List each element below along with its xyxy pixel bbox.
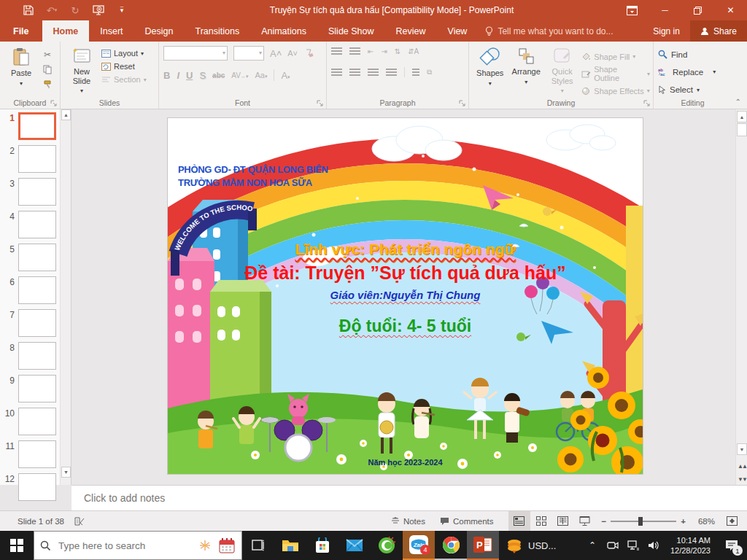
customize-qat-icon[interactable]: ▾– xyxy=(115,4,128,17)
taskbar-clock[interactable]: 10:14 AM 12/28/2023 xyxy=(665,535,716,556)
numbering-icon[interactable] xyxy=(349,47,360,55)
notes-toggle[interactable]: Notes xyxy=(384,511,433,532)
italic-button[interactable]: I xyxy=(177,70,179,81)
paragraph-dialog-launcher[interactable] xyxy=(459,100,466,107)
shape-fill-button[interactable]: Shape Fill▾ xyxy=(581,50,650,63)
zoom-slider[interactable] xyxy=(611,521,676,522)
justify-icon[interactable] xyxy=(386,69,397,77)
bold-button[interactable]: B xyxy=(163,70,170,81)
redo-icon[interactable]: ↻ xyxy=(69,4,82,17)
thumbnail-slide-11[interactable]: 11 xyxy=(4,440,60,468)
font-name-combo[interactable]: ▾ xyxy=(163,46,228,61)
slideshow-view-button[interactable] xyxy=(574,511,596,532)
character-spacing-button[interactable]: AV↔▾ xyxy=(231,71,248,79)
scroll-up-icon[interactable]: ▲ xyxy=(737,111,747,122)
tab-transitions[interactable]: Transitions xyxy=(184,20,250,42)
slide-topic-textbox[interactable]: Đề tài: Truyện ”Sự tích quả dưa hấu” xyxy=(168,262,643,284)
comments-toggle[interactable]: Comments xyxy=(433,511,501,532)
save-icon[interactable] xyxy=(22,4,35,17)
volume-icon[interactable] xyxy=(644,531,663,560)
chrome-icon[interactable] xyxy=(435,531,467,560)
quick-styles-button[interactable]: Quick Styles▾ xyxy=(546,44,578,97)
zoom-in-icon[interactable]: + xyxy=(681,517,686,526)
clipboard-dialog-launcher[interactable] xyxy=(50,100,58,107)
fit-slide-to-window-button[interactable] xyxy=(721,511,743,532)
decrease-indent-icon[interactable]: ⇤ xyxy=(368,47,374,55)
thumbnail-slide-10[interactable]: 10 xyxy=(4,408,60,435)
shapes-button[interactable]: Shapes▾ xyxy=(473,44,506,97)
collapse-ribbon-icon[interactable]: ⌃ xyxy=(735,98,741,106)
ribbon-display-options-icon[interactable] xyxy=(616,0,649,20)
close-button[interactable]: ✕ xyxy=(714,0,747,20)
thumbnail-scroll-up-icon[interactable]: ▲ xyxy=(61,109,71,120)
clear-formatting-icon[interactable] xyxy=(303,49,314,58)
copy-icon[interactable] xyxy=(41,63,54,75)
thumbnail-slide-12[interactable]: 12 xyxy=(4,473,60,501)
text-direction-icon[interactable]: ⇵A xyxy=(408,47,419,55)
zoom-slider-thumb[interactable] xyxy=(638,517,643,526)
thumbnail-slide-2[interactable]: 2 xyxy=(4,145,60,173)
editor-scrollbar[interactable]: ▲ ▼ ▲▲ ▼▼ xyxy=(735,109,747,485)
cut-icon[interactable]: ✂ xyxy=(41,49,54,61)
powerpoint-icon[interactable]: P xyxy=(467,531,499,560)
search-input[interactable] xyxy=(58,540,192,551)
tab-slideshow[interactable]: Slide Show xyxy=(317,20,385,42)
undo-icon[interactable]: ↶▾ xyxy=(45,4,58,17)
taskbar-search[interactable] xyxy=(34,531,242,560)
slide-canvas[interactable]: WELCOME TO THE SCHOOL PHÒNG GD- ĐT QUẬN … xyxy=(168,118,643,474)
thumbnail-slide-3[interactable]: 3 xyxy=(4,178,60,206)
drawing-dialog-launcher[interactable] xyxy=(643,100,651,107)
font-color-button[interactable]: A▾ xyxy=(281,70,290,81)
start-from-beginning-icon[interactable] xyxy=(92,4,105,17)
replace-button[interactable]: abac Replace ▾ xyxy=(658,65,729,79)
tab-review[interactable]: Review xyxy=(385,20,437,42)
thumbnail-slide-4[interactable]: 4 xyxy=(4,211,60,238)
shape-outline-button[interactable]: Shape Outline▾ xyxy=(581,66,650,81)
notes-pane[interactable]: Click to add notes xyxy=(71,485,747,510)
font-size-combo[interactable]: ▾ xyxy=(233,46,264,61)
strikethrough-button[interactable]: abc xyxy=(212,71,225,79)
action-center-icon[interactable]: 1 xyxy=(718,531,746,560)
slide-field-textbox[interactable]: Lĩnh vực: Phát triển ngôn ngữ xyxy=(168,241,643,258)
start-button[interactable] xyxy=(0,531,34,560)
mail-icon[interactable] xyxy=(338,531,371,560)
align-center-icon[interactable] xyxy=(349,69,360,77)
find-button[interactable]: Find xyxy=(658,47,729,61)
reading-view-button[interactable] xyxy=(552,511,574,532)
spellcheck-icon[interactable] xyxy=(74,516,85,526)
restore-button[interactable] xyxy=(681,0,714,20)
zoom-out-icon[interactable]: − xyxy=(602,517,607,526)
tab-file[interactable]: File xyxy=(0,20,42,42)
tab-view[interactable]: View xyxy=(437,20,479,42)
coccoc-browser-icon[interactable] xyxy=(371,531,403,560)
new-slide-button[interactable]: New Slide▾ xyxy=(65,44,98,97)
tab-design[interactable]: Design xyxy=(134,20,185,42)
network-icon[interactable] xyxy=(624,531,643,560)
thumbnail-slide-6[interactable]: 6 xyxy=(4,276,60,304)
arrange-button[interactable]: Arrange▾ xyxy=(509,44,542,97)
section-button[interactable]: Section▾ xyxy=(101,75,147,84)
next-slide-button[interactable]: ▼▼ xyxy=(737,474,747,485)
file-explorer-icon[interactable] xyxy=(274,531,306,560)
minimize-button[interactable]: ─ xyxy=(649,0,681,20)
smartart-icon[interactable]: ⧉ xyxy=(427,68,432,77)
increase-font-size-icon[interactable]: A˄ xyxy=(270,48,282,59)
previous-slide-button[interactable]: ▲▲ xyxy=(737,461,747,472)
align-right-icon[interactable] xyxy=(368,69,379,77)
slide-age-textbox[interactable]: Độ tuổi: 4- 5 tuổi xyxy=(168,316,643,336)
thumbnail-slide-5[interactable]: 5 xyxy=(4,244,60,271)
format-painter-icon[interactable] xyxy=(41,78,54,90)
zalo-icon[interactable]: Zalo 4 xyxy=(403,531,435,560)
sign-in-button[interactable]: Sign in xyxy=(643,20,690,42)
currency-widget[interactable]: USD... xyxy=(499,537,563,553)
line-spacing-icon[interactable]: ⇅ xyxy=(395,47,400,55)
thumbnail-slide-8[interactable]: 8 xyxy=(4,342,60,370)
select-button[interactable]: Select▾ xyxy=(658,83,729,97)
change-case-button[interactable]: Aa▾ xyxy=(255,71,267,79)
tab-home[interactable]: Home xyxy=(42,20,90,42)
tell-me-box[interactable]: Tell me what you want to do... xyxy=(478,20,620,42)
slide-dept-textbox[interactable]: PHÒNG GD- ĐT QUẬN LONG BIÊN TRƯỜNG MẦM N… xyxy=(178,163,328,189)
thumbnail-scroll-down-icon[interactable]: ▼ xyxy=(61,467,71,478)
align-left-icon[interactable] xyxy=(331,69,342,77)
meet-now-icon[interactable] xyxy=(603,531,622,560)
